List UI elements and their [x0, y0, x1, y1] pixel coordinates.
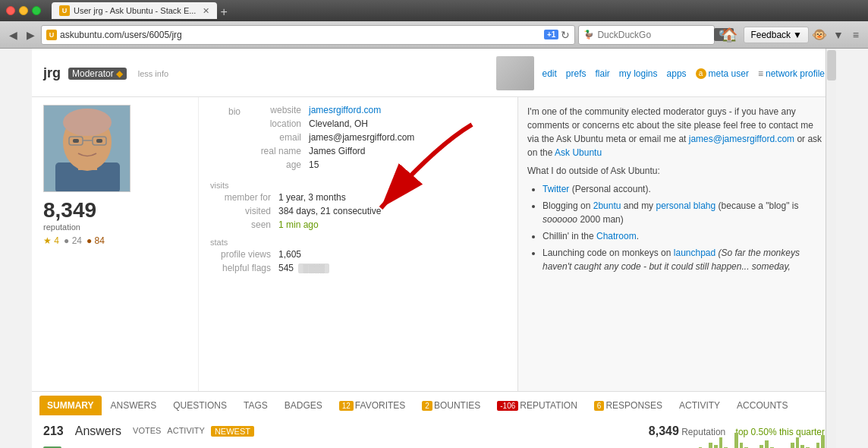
diamond-icon: ◆	[116, 68, 123, 79]
tab-reputation[interactable]: -106REPUTATION	[489, 396, 585, 415]
bio-row-website: website jamesrgifford.com	[248, 105, 414, 115]
about-item-launchpad: Launching code on monkeys on launchpad (…	[542, 246, 827, 273]
search-input[interactable]	[597, 30, 711, 40]
profile-middle: bio website jamesrgifford.com location C…	[199, 97, 517, 391]
tab-favicon: U	[59, 5, 70, 16]
page-content: jrg Moderator ◆ less info edit prefs fla…	[32, 49, 836, 448]
home-button[interactable]: 🏠	[721, 27, 737, 43]
newest-tab[interactable]: NEWEST	[211, 426, 254, 437]
activity-subtab[interactable]: ACTIVITY	[167, 426, 205, 437]
member-for-label: member for	[210, 192, 271, 203]
tab-questions[interactable]: QUESTIONS	[165, 396, 234, 415]
forward-button[interactable]: ▶	[24, 27, 38, 43]
website-label: website	[248, 105, 301, 115]
tab-tags[interactable]: TAGS	[236, 396, 275, 415]
badges: ★ 4 ● 24 ● 84	[43, 235, 187, 246]
settings-button[interactable]: ≡	[850, 27, 862, 43]
maximize-button[interactable]	[32, 6, 41, 15]
age-value: 15	[309, 159, 319, 170]
my-logins-link[interactable]: my logins	[619, 68, 658, 79]
gold-badge: ★ 4	[43, 235, 59, 246]
chart-bar	[740, 443, 744, 448]
chart-bar	[821, 435, 825, 448]
chart-bar	[791, 443, 794, 448]
titlebar: U User jrg - Ask Ubuntu - Stack E... ✕ +	[0, 0, 868, 21]
about-paragraph-1: I'm one of the community elected moderat…	[527, 105, 827, 159]
apps-link[interactable]: apps	[667, 68, 687, 79]
username: jrg	[43, 65, 61, 81]
favorites-badge: 12	[339, 401, 354, 411]
location-label: location	[248, 118, 301, 129]
bio-row-realname: real name James Gifford	[248, 146, 414, 156]
back-button[interactable]: ◀	[6, 27, 20, 43]
launchpad-link[interactable]: launchpad	[674, 248, 715, 258]
active-tab[interactable]: U User jrg - Ask Ubuntu - Stack E... ✕	[52, 2, 217, 19]
bottom-section: 213 Answers VOTES ACTIVITY NEWEST 8,349 …	[32, 418, 836, 448]
chatroom-link[interactable]: Chatroom	[596, 231, 637, 241]
website-link[interactable]: jamesrgifford.com	[309, 105, 381, 115]
search-bar: 🦆 🔍	[578, 25, 715, 45]
gold-count: 4	[54, 235, 59, 246]
feedback-button[interactable]: Feedback ▼	[744, 27, 809, 43]
chart-bar	[709, 443, 712, 448]
minimize-button[interactable]	[19, 6, 28, 15]
tab-summary[interactable]: SUMMARY	[39, 396, 102, 415]
about-list: Twitter (Personal account). Blogging on …	[542, 182, 827, 273]
tab-accounts[interactable]: ACCOUNTS	[729, 396, 795, 415]
edit-link[interactable]: edit	[542, 68, 556, 79]
realname-value: James Gifford	[309, 146, 365, 156]
close-button[interactable]	[6, 6, 15, 15]
moderator-badge: Moderator ◆	[68, 68, 127, 80]
stats-label: stats	[210, 238, 506, 247]
tab-close-button[interactable]: ✕	[203, 6, 209, 16]
network-profile-link[interactable]: ≡ network profile	[758, 68, 825, 79]
tab-favorites[interactable]: 12FAVORITES	[332, 396, 414, 415]
tab-bounties[interactable]: 2BOUNTIES	[414, 396, 488, 415]
helpful-flags-row: helpful flags 545 ░░░░	[210, 263, 506, 273]
chart-bar	[800, 445, 804, 448]
visited-value: 384 days, 21 consecutive	[278, 206, 381, 216]
votes-tab[interactable]: VOTES	[133, 426, 161, 437]
seen-label: seen	[210, 219, 271, 230]
meta-user-link[interactable]: a meta user	[696, 68, 749, 79]
url-input[interactable]	[60, 30, 541, 40]
ask-ubuntu-link[interactable]: Ask Ubuntu	[555, 147, 602, 158]
about-text: I'm one of the community elected moderat…	[527, 105, 827, 273]
tab-title: User jrg - Ask Ubuntu - Stack E...	[74, 6, 196, 15]
window-controls[interactable]	[6, 6, 41, 15]
tab-responses[interactable]: 6RESPONSES	[587, 396, 670, 415]
twitter-link[interactable]: Twitter	[542, 184, 569, 194]
email-value: james@jamesrgifford.com	[309, 132, 414, 143]
profile-views-value: 1,605	[278, 249, 301, 260]
answers-title: Answers	[75, 424, 121, 438]
bio-row-age: age 15	[248, 159, 414, 170]
feedback-label: Feedback	[750, 30, 791, 40]
about-email-link[interactable]: james@jamesrgifford.com	[689, 134, 794, 144]
url-favicon: U	[46, 30, 57, 40]
2buntu-link[interactable]: 2buntu	[593, 200, 621, 211]
chart-bar	[734, 433, 738, 448]
profile-header: jrg Moderator ◆ less info edit prefs fla…	[32, 49, 836, 97]
new-tab-button[interactable]: +	[220, 5, 227, 19]
profile-main: 8,349 reputation ★ 4 ● 24 ● 84	[32, 97, 836, 391]
member-for-row: member for 1 year, 3 months	[210, 192, 506, 203]
flair-link[interactable]: flair	[596, 68, 610, 79]
tab-activity[interactable]: ACTIVITY	[671, 396, 728, 415]
svg-rect-5	[73, 139, 79, 143]
helpful-flags-value: 545 ░░░░	[278, 263, 329, 273]
google-plus-button[interactable]: +1	[544, 30, 558, 39]
tab-answers[interactable]: ANSWERS	[103, 396, 165, 415]
less-info-link[interactable]: less info	[138, 69, 168, 78]
page-scrollbar[interactable]	[826, 49, 836, 448]
network-profile-label: network profile	[766, 68, 825, 79]
answers-count: 213	[43, 424, 64, 438]
age-label: age	[248, 159, 301, 170]
personal-blahg-link[interactable]: personal blahg	[656, 200, 715, 211]
prefs-link[interactable]: prefs	[566, 68, 587, 79]
tab-badges[interactable]: BADGES	[277, 396, 330, 415]
menu-button[interactable]: ▼	[830, 27, 847, 43]
email-label: email	[248, 132, 301, 143]
refresh-button[interactable]: ↻	[561, 29, 570, 41]
bounties-badge: 2	[422, 401, 432, 411]
chart-bar	[714, 445, 718, 448]
